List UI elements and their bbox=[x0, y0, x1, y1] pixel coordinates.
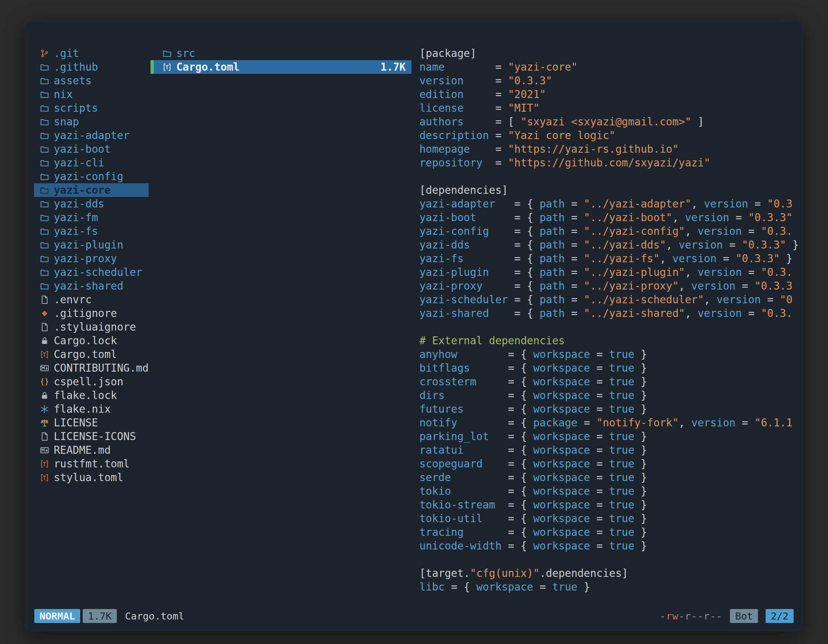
file-row-cargo.toml[interactable]: Cargo.toml1.7K bbox=[151, 60, 411, 74]
preview-line: yazi-proxy = { path = "../yazi-proxy", v… bbox=[419, 279, 801, 293]
preview-line bbox=[419, 320, 801, 334]
preview-line: serde = { workspace = true } bbox=[419, 471, 801, 484]
file-name: yazi-fs bbox=[54, 224, 98, 238]
preview-line: yazi-shared = { path = "../yazi-shared",… bbox=[419, 306, 801, 320]
preview-line: tokio-stream = { workspace = true } bbox=[419, 498, 801, 512]
parent-pane: .git.githubassetsnixscriptssnapyazi-adap… bbox=[25, 47, 151, 607]
diamond-icon bbox=[40, 309, 49, 318]
file-row-.git[interactable]: .git bbox=[34, 47, 149, 60]
file-name: yazi-proxy bbox=[54, 252, 117, 265]
file-name: rustfmt.toml bbox=[54, 457, 130, 471]
file-row-readme.md[interactable]: README.md bbox=[34, 443, 149, 457]
preview-pane: [package]name = "yazi-core"version = "0.… bbox=[411, 47, 803, 607]
file-row-scripts[interactable]: scripts bbox=[34, 101, 149, 115]
file-name: LICENSE-ICONS bbox=[54, 429, 136, 443]
file-row-cargo.toml[interactable]: Cargo.toml bbox=[34, 348, 149, 361]
file-row-yazi-fm[interactable]: yazi-fm bbox=[34, 211, 149, 224]
folder-icon bbox=[40, 281, 49, 291]
lock-icon bbox=[40, 391, 49, 400]
file-icon bbox=[40, 432, 49, 441]
preview-line: # External dependencies bbox=[419, 334, 801, 348]
file-row-yazi-shared[interactable]: yazi-shared bbox=[34, 279, 149, 293]
status-bar: NORMAL 1.7K Cargo.toml -rw-r--r-- Bot 2/… bbox=[25, 607, 803, 631]
preview-line: unicode-width = { workspace = true } bbox=[419, 539, 801, 553]
file-row-yazi-proxy[interactable]: yazi-proxy bbox=[34, 252, 149, 265]
file-manager-panes: .git.githubassetsnixscriptssnapyazi-adap… bbox=[25, 21, 803, 607]
preview-line: [target."cfg(unix)".dependencies] bbox=[419, 566, 801, 580]
current-pane: srcCargo.toml1.7K bbox=[151, 47, 411, 607]
preview-line: ratatui = { workspace = true } bbox=[419, 443, 801, 457]
file-row-yazi-plugin[interactable]: yazi-plugin bbox=[34, 238, 149, 252]
file-name: yazi-config bbox=[54, 169, 124, 183]
file-row-yazi-core[interactable]: yazi-core bbox=[34, 183, 149, 197]
file-row-yazi-adapter[interactable]: yazi-adapter bbox=[34, 128, 149, 142]
file-row-src[interactable]: src bbox=[151, 47, 411, 60]
file-row-cspell.json[interactable]: cspell.json bbox=[34, 375, 149, 389]
file-row-cargo.lock[interactable]: Cargo.lock bbox=[34, 334, 149, 348]
file-row-yazi-fs[interactable]: yazi-fs bbox=[34, 224, 149, 238]
preview-line: repository = "https://github.com/sxyazi/… bbox=[419, 156, 801, 169]
preview-line: notify = { package = "notify-fork", vers… bbox=[419, 416, 801, 429]
preview-line: bitflags = { workspace = true } bbox=[419, 361, 801, 375]
folder-icon bbox=[40, 117, 49, 127]
file-name: yazi-adapter bbox=[54, 128, 130, 142]
file-row-nix[interactable]: nix bbox=[34, 88, 149, 101]
selection-marker bbox=[151, 60, 154, 74]
file-row-flake.lock[interactable]: flake.lock bbox=[34, 389, 149, 402]
file-row-yazi-scheduler[interactable]: yazi-scheduler bbox=[34, 265, 149, 279]
file-row-contributing.md[interactable]: CONTRIBUTING.md bbox=[34, 361, 149, 375]
file-name: yazi-core bbox=[54, 183, 111, 197]
preview-line: anyhow = { workspace = true } bbox=[419, 348, 801, 361]
file-name: flake.lock bbox=[54, 389, 117, 402]
braces-icon bbox=[40, 377, 49, 387]
file-name: cspell.json bbox=[54, 375, 124, 389]
folder-icon bbox=[40, 144, 49, 154]
file-row-rustfmt.toml[interactable]: rustfmt.toml bbox=[34, 457, 149, 471]
folder-icon bbox=[40, 213, 49, 223]
file-row-snap[interactable]: snap bbox=[34, 115, 149, 128]
file-row-flake.nix[interactable]: flake.nix bbox=[34, 402, 149, 416]
preview-line: yazi-adapter = { path = "../yazi-adapter… bbox=[419, 197, 801, 211]
folder-icon bbox=[40, 103, 49, 113]
file-row-.styluaignore[interactable]: .styluaignore bbox=[34, 320, 149, 334]
file-row-assets[interactable]: assets bbox=[34, 74, 149, 88]
file-row-yazi-cli[interactable]: yazi-cli bbox=[34, 156, 149, 169]
file-name: yazi-shared bbox=[54, 279, 124, 293]
file-row-yazi-dds[interactable]: yazi-dds bbox=[34, 197, 149, 211]
folder-icon bbox=[40, 254, 49, 263]
folder-icon bbox=[40, 158, 49, 168]
folder-icon bbox=[40, 76, 49, 86]
preview-line: tracing = { workspace = true } bbox=[419, 525, 801, 539]
preview-line: yazi-plugin = { path = "../yazi-plugin",… bbox=[419, 265, 801, 279]
file-name: .git bbox=[54, 47, 79, 60]
file-row-.envrc[interactable]: .envrc bbox=[34, 293, 149, 306]
markdown-icon bbox=[40, 445, 49, 455]
preview-line: tokio = { workspace = true } bbox=[419, 484, 801, 498]
preview-line: yazi-scheduler = { path = "../yazi-sched… bbox=[419, 293, 801, 306]
file-name: snap bbox=[54, 115, 79, 128]
folder-icon bbox=[40, 199, 49, 209]
toml-icon bbox=[162, 63, 172, 72]
terminal-window: .git.githubassetsnixscriptssnapyazi-adap… bbox=[25, 21, 803, 631]
folder-icon bbox=[40, 227, 49, 236]
permission-segment: -r--r-- bbox=[679, 610, 722, 622]
preview-line: homepage = "https://yazi-rs.github.io" bbox=[419, 142, 801, 156]
toml-icon bbox=[40, 350, 49, 359]
folder-icon bbox=[40, 90, 49, 99]
preview-line: name = "yazi-core" bbox=[419, 60, 801, 74]
toml-icon bbox=[40, 459, 49, 469]
file-row-yazi-config[interactable]: yazi-config bbox=[34, 169, 149, 183]
file-row-license[interactable]: LICENSE bbox=[34, 416, 149, 429]
preview-line: edition = "2021" bbox=[419, 88, 801, 101]
file-row-license-icons[interactable]: LICENSE-ICONS bbox=[34, 429, 149, 443]
file-row-.github[interactable]: .github bbox=[34, 60, 149, 74]
file-name: src bbox=[176, 47, 195, 60]
file-icon bbox=[40, 322, 49, 332]
file-name: README.md bbox=[54, 443, 111, 457]
cursor-count-chip: 2/2 bbox=[765, 609, 794, 623]
file-row-.gitignore[interactable]: .gitignore bbox=[34, 306, 149, 320]
status-right: -rw-r--r-- Bot 2/2 bbox=[660, 609, 794, 623]
file-row-yazi-boot[interactable]: yazi-boot bbox=[34, 142, 149, 156]
file-row-stylua.toml[interactable]: stylua.toml bbox=[34, 471, 149, 484]
preview-line: [package] bbox=[419, 47, 801, 60]
